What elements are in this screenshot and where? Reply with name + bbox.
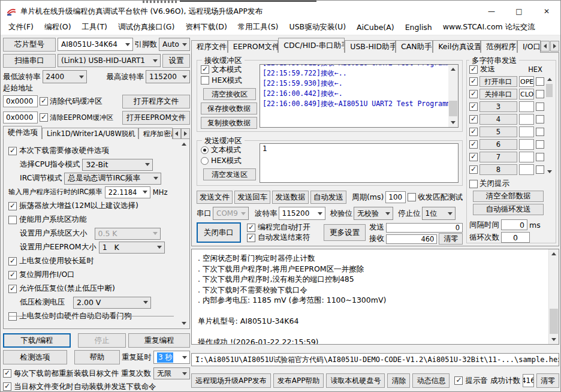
tx-hex-mode-radio[interactable] <box>201 157 209 165</box>
tab-program-encrypt[interactable]: 程序加密后 <box>138 128 173 139</box>
multi-row-send-button[interactable]: 8 <box>479 164 517 175</box>
multi-row-hex-checkbox[interactable] <box>536 153 544 161</box>
irc-mode-select[interactable]: 总是动态调节IRC频率 <box>64 173 161 185</box>
multi-send-scrollbar[interactable] <box>545 76 553 176</box>
multi-row-send-button[interactable]: 7 <box>479 152 517 162</box>
min-baud-select[interactable]: 2400 <box>43 70 87 83</box>
tab-scroll-right-button[interactable] <box>550 41 559 52</box>
menu-program[interactable]: 编程(O) <box>39 22 77 32</box>
long-reset-delay-checkbox[interactable] <box>8 257 17 266</box>
open-program-file-button[interactable]: 打开程序文件 <box>122 95 190 108</box>
parity-select[interactable]: 无校验 <box>354 207 393 220</box>
send-text-area[interactable]: 1 <box>260 143 459 183</box>
tab-usb-hid-assistant[interactable]: USB-HID助手 <box>345 40 396 53</box>
multi-row-enable-checkbox[interactable] <box>469 102 478 111</box>
multi-row-enable-checkbox[interactable] <box>469 115 478 123</box>
multi-row-enable-checkbox[interactable] <box>469 90 478 98</box>
max-baud-select[interactable]: 115200 <box>146 70 190 83</box>
clear-button[interactable]: 清除 <box>387 373 410 388</box>
menu-aicube[interactable]: AiCube(A) <box>351 23 400 32</box>
menu-debug-interface[interactable]: 调试仿真接口(G) <box>113 22 180 32</box>
multi-row-enable-checkbox[interactable] <box>469 165 478 174</box>
tab-io-config[interactable]: I/O口配置 <box>517 40 541 53</box>
menu-website-forum[interactable]: www.STCAI.com 论坛交流 <box>438 22 541 32</box>
multi-row-hex-checkbox[interactable] <box>536 115 544 123</box>
rx-hex-mode-checkbox[interactable] <box>201 76 209 85</box>
minimize-button[interactable]: — <box>478 4 505 19</box>
multi-row-enable-checkbox[interactable] <box>469 153 478 161</box>
multi-row-data-input[interactable] <box>519 152 534 162</box>
baud-select[interactable]: 115200 <box>279 207 325 220</box>
multi-row-hex-checkbox[interactable] <box>536 165 544 174</box>
clear-code-buffer-checkbox[interactable] <box>40 97 48 105</box>
scroll-down-icon[interactable] <box>448 118 458 127</box>
tab-keil-simulation[interactable]: Keil仿真设置 <box>433 40 481 53</box>
tab-offline-download[interactable]: Link1D/Writer1A/U8W脱机 <box>42 128 138 139</box>
lvd-voltage-select[interactable]: 2.00 V <box>73 297 151 309</box>
multi-row-data-input[interactable] <box>519 126 534 137</box>
repeat-delay-select[interactable]: 3 秒 <box>153 351 190 364</box>
chip-model-select[interactable]: AI8051U-34K64 <box>58 38 133 51</box>
scrollbar-thumb[interactable] <box>550 309 558 334</box>
loop-count-input[interactable]: 0 <box>501 232 530 243</box>
auto-send-button[interactable]: 自动发送 <box>310 191 346 204</box>
menu-file[interactable]: 文件(F) <box>3 22 39 32</box>
tab-program-file[interactable]: 程序文件 <box>191 40 228 53</box>
multi-row-hex-checkbox[interactable] <box>536 102 544 111</box>
tab-eeprom-file[interactable]: EEPROM文件 <box>228 40 279 53</box>
tab-scroll-left-button[interactable] <box>173 128 182 139</box>
stopbit-select[interactable]: 1位 <box>422 207 456 220</box>
multi-row-hex-checkbox[interactable] <box>536 90 544 98</box>
scrollbar-thumb[interactable] <box>449 101 457 116</box>
clear-counters-button[interactable]: 清零 <box>439 233 463 245</box>
multi-row-enable-checkbox[interactable] <box>469 140 478 149</box>
scroll-up-icon[interactable] <box>549 249 559 258</box>
maximize-button[interactable]: □ <box>505 4 533 19</box>
send-data-button[interactable]: 发送数据 <box>272 191 308 204</box>
tab-cdc-hid-serial-assistant[interactable]: CDC/HID-串口助手 <box>278 38 345 53</box>
lvr-enable-checkbox[interactable] <box>8 285 17 293</box>
receive-text-area[interactable]: [22:15:59.512]接收←AI8051U UART2 Test Prog… <box>260 64 459 128</box>
tab-example-programs[interactable]: 范例程序 <box>481 40 517 53</box>
chip-model-button[interactable]: 芯片型号 <box>3 38 56 52</box>
publish-app-help-button[interactable]: 发布APP帮助 <box>273 373 324 388</box>
options-scrollbar[interactable] <box>179 140 189 328</box>
receive-scrollbar[interactable] <box>448 65 458 127</box>
scan-port-button[interactable]: 扫描串口 <box>3 54 56 68</box>
irc-freq-select[interactable]: 22.1184 <box>105 186 150 198</box>
multi-row-data-input[interactable] <box>519 164 534 175</box>
serial-port-select[interactable]: (Link1) USB-HID-UART1 <box>58 54 161 67</box>
download-program-button[interactable]: 下载/编程 <box>3 333 71 348</box>
eeprom-start-address-input[interactable]: 0x0000 <box>3 111 38 123</box>
multi-row-data-input[interactable]: OPEN <box>519 76 534 87</box>
tab-scroll-right-button[interactable] <box>181 128 190 139</box>
read-hdd-serial-button[interactable]: 读取本机硬盘号 <box>326 373 385 388</box>
close-serial-port-button[interactable]: 关闭串口 <box>197 222 241 243</box>
reset-success-count-button[interactable]: 清零 <box>536 373 559 388</box>
scroll-down-icon[interactable] <box>545 168 553 176</box>
status-info-area[interactable]: . 空闲状态时看门狗定时器停止计数 . 下次下载用户程序时,将用户EEPROM区… <box>191 249 559 345</box>
scroll-up-icon[interactable] <box>448 65 458 74</box>
auto-open-after-program-checkbox[interactable] <box>247 224 255 232</box>
pin-count-select[interactable]: Auto <box>159 38 190 51</box>
multi-row-data-input[interactable] <box>519 101 534 112</box>
autoload-on-change-checkbox[interactable] <box>3 382 11 391</box>
osc-gain-checkbox[interactable] <box>8 202 17 210</box>
scroll-up-icon[interactable] <box>179 140 189 149</box>
tx-text-mode-radio[interactable] <box>201 146 209 154</box>
multi-row-hex-checkbox[interactable] <box>536 77 544 86</box>
close-button[interactable]: ✕ <box>533 4 560 19</box>
user-sys-area-checkbox[interactable] <box>8 216 17 224</box>
reset-pin-io-checkbox[interactable] <box>8 271 17 279</box>
re-program-button[interactable]: 重复编程 <box>128 333 190 348</box>
rx-text-mode-checkbox[interactable] <box>201 65 209 74</box>
modify-hw-options-checkbox[interactable] <box>8 147 17 155</box>
scroll-up-icon[interactable] <box>545 76 553 83</box>
tab-can-assistant[interactable]: CAN助手 <box>396 40 433 53</box>
tab-scroll-left-button[interactable] <box>541 41 550 52</box>
repeat-times-select[interactable]: 无限 <box>153 367 190 379</box>
scroll-down-icon[interactable] <box>549 335 559 344</box>
menu-usb-driver[interactable]: USB驱动安装(U) <box>283 22 351 32</box>
match-test-checkbox[interactable] <box>408 193 416 201</box>
multi-row-send-button[interactable]: 4 <box>479 114 517 125</box>
